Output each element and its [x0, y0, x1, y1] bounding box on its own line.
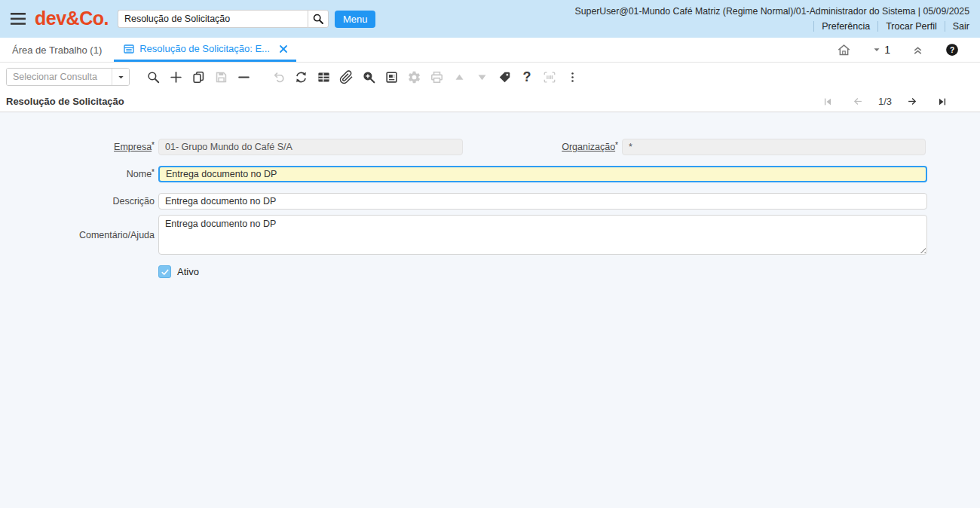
comentario-label: Comentário/Ajuda: [0, 230, 155, 240]
search-icon: [312, 13, 324, 25]
next-record-icon[interactable]: [896, 96, 927, 107]
required-mark: *: [152, 168, 155, 176]
window-toolbar: ?: [0, 63, 980, 91]
open-windows-selector[interactable]: 1: [862, 44, 901, 56]
refresh-icon[interactable]: [289, 67, 312, 87]
window-tab-icon: [123, 43, 135, 55]
app-logo[interactable]: dev&Co.: [35, 8, 109, 29]
logout-link[interactable]: Sair: [953, 21, 969, 32]
select-query-input[interactable]: [7, 69, 112, 85]
comentario-wrapper: Entrega documento no DP: [158, 215, 927, 255]
preference-link[interactable]: Preferência: [822, 21, 870, 32]
more-options-icon[interactable]: [561, 67, 583, 87]
tab-workspace[interactable]: Área de Trabalho (1): [0, 38, 114, 62]
detail-record-icon: [470, 67, 493, 87]
print-icon: [425, 67, 448, 87]
process-gear-icon: [403, 67, 425, 87]
home-icon[interactable]: [826, 43, 862, 57]
grid-toggle-icon[interactable]: [312, 67, 335, 87]
row-nome: Nome*: [0, 166, 980, 182]
row-ativo: Ativo: [0, 265, 980, 278]
tab-workspace-label: Área de Trabalho (1): [12, 44, 102, 56]
toolbar-help-icon[interactable]: ?: [516, 67, 538, 87]
zoom-across-icon[interactable]: [357, 67, 380, 87]
link-divider: [877, 21, 878, 32]
tab-bar: Área de Trabalho (1) Resolução de Solici…: [0, 38, 980, 63]
attachment-icon[interactable]: [335, 67, 357, 87]
query-caret-icon: [117, 73, 125, 81]
first-record-icon: [813, 96, 843, 107]
empresa-field[interactable]: [158, 139, 463, 155]
tab-window-active[interactable]: Resolução de Solicitação: E...: [114, 38, 296, 62]
user-session-info: SuperUser@01-Mundo Café Matriz (Regime N…: [575, 6, 970, 17]
record-header: Resolução de Solicitação 1/3: [0, 91, 980, 112]
last-record-icon[interactable]: [927, 96, 957, 107]
copy-record-icon[interactable]: [187, 67, 210, 87]
open-windows-count: 1: [884, 44, 890, 56]
find-icon[interactable]: [142, 67, 164, 87]
nome-label: Nome*: [0, 169, 155, 179]
link-divider: [945, 21, 945, 32]
ativo-label: Ativo: [177, 266, 199, 277]
record-navigation: 1/3: [813, 96, 957, 107]
windows-caret-icon: [872, 45, 881, 54]
help-circle-icon[interactable]: ?: [935, 43, 969, 57]
window-title: Resolução de Solicitação: [6, 96, 124, 107]
ativo-checkbox[interactable]: [158, 265, 171, 278]
required-mark: *: [152, 141, 155, 149]
required-mark: *: [615, 141, 618, 149]
close-tab-icon[interactable]: [280, 45, 287, 53]
tab-actions: 1 ?: [826, 38, 980, 62]
previous-record-icon: [843, 96, 874, 107]
new-record-icon[interactable]: [164, 67, 187, 87]
query-dropdown-button[interactable]: [112, 69, 129, 85]
form-panel: Empresa* Organização* Nome* Descrição Co…: [0, 112, 980, 508]
checkbox-check-icon: [161, 268, 170, 277]
organizacao-label: Organização*: [463, 142, 618, 152]
record-position: 1/3: [874, 96, 896, 107]
change-role-link[interactable]: Trocar Perfil: [886, 21, 937, 32]
collapse-header-icon[interactable]: [901, 44, 935, 57]
toolbar-icons: ?: [142, 67, 583, 87]
svg-text:?: ?: [950, 46, 954, 54]
record-log-icon[interactable]: [380, 67, 403, 87]
tab-window-label: Resolução de Solicitação: E...: [139, 43, 270, 54]
descricao-field[interactable]: [158, 193, 927, 210]
row-comentario: Comentário/Ajuda Entrega documento no DP: [0, 215, 980, 255]
global-search-input[interactable]: [118, 10, 308, 28]
descricao-label: Descrição: [0, 196, 155, 207]
save-icon: [210, 67, 232, 87]
nome-field[interactable]: [158, 166, 927, 182]
user-links: Preferência Trocar Perfil Sair: [575, 21, 970, 32]
menu-button[interactable]: Menu: [335, 11, 376, 28]
empresa-label: Empresa*: [0, 142, 155, 152]
delete-record-icon[interactable]: [232, 67, 255, 87]
label-tag-icon[interactable]: [493, 67, 516, 87]
hamburger-menu-icon[interactable]: [9, 10, 27, 28]
top-header: dev&Co. Menu SuperUser@01-Mundo Café Mat…: [0, 0, 980, 38]
undo-icon: [267, 67, 289, 87]
row-empresa-organizacao: Empresa* Organização*: [0, 139, 980, 155]
select-query-combo: [6, 68, 130, 86]
barcode-icon: [538, 67, 561, 87]
comentario-field[interactable]: Entrega documento no DP: [158, 215, 927, 255]
user-block: SuperUser@01-Mundo Café Matriz (Regime N…: [575, 6, 973, 32]
global-search-button[interactable]: [308, 10, 329, 28]
row-descricao: Descrição: [0, 193, 980, 210]
link-divider: [813, 21, 814, 32]
organizacao-field[interactable]: [622, 139, 926, 155]
parent-record-icon: [448, 67, 470, 87]
